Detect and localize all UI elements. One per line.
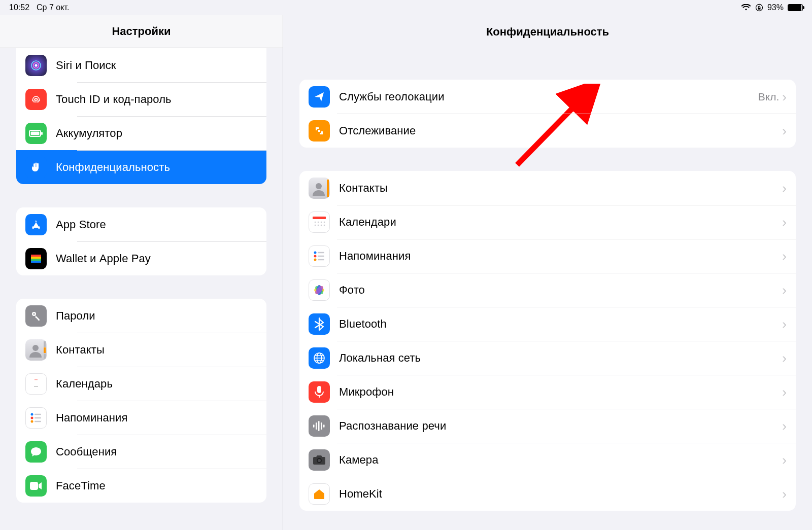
chevron-icon: › [782, 453, 787, 467]
camera-icon [309, 449, 330, 471]
tracking-icon [309, 120, 330, 142]
detail-item-bluetooth[interactable]: Bluetooth › [299, 307, 796, 341]
svg-point-43 [314, 255, 317, 257]
row-label: Отслеживание [339, 124, 782, 137]
sidebar-item-battery[interactable]: Аккумулятор [16, 116, 266, 150]
sidebar-item-privacy[interactable]: Конфиденциальность [16, 150, 266, 184]
bluetooth-icon [309, 313, 330, 335]
key-icon [25, 305, 47, 327]
svg-rect-16 [44, 341, 46, 347]
svg-rect-18 [44, 354, 46, 359]
chevron-icon: › [782, 250, 787, 263]
chevron-icon: › [782, 216, 787, 229]
contacts-icon [25, 339, 47, 361]
detail-item-location-services[interactable]: Службы геолокации Вкл. › [299, 80, 796, 114]
row-label: Службы геолокации [339, 90, 758, 103]
detail-pane: Конфиденциальность Службы геолокации Вкл… [283, 15, 812, 530]
reminders-detail-icon [309, 245, 330, 267]
status-right: 93% [741, 3, 803, 12]
svg-point-21 [31, 413, 33, 415]
detail-item-camera[interactable]: Камера › [299, 443, 796, 477]
detail-item-local-network[interactable]: Локальная сеть › [299, 341, 796, 375]
row-label: Напоминания [56, 411, 257, 425]
svg-rect-6 [31, 131, 40, 135]
sidebar-item-siri[interactable]: Siri и Поиск [16, 48, 266, 82]
detail-item-tracking[interactable]: Отслеживание › [299, 114, 796, 148]
detail-group-location: Службы геолокации Вкл. › Отслеживание › [299, 80, 796, 148]
chevron-icon: › [782, 124, 787, 137]
svg-point-25 [31, 420, 33, 422]
svg-rect-58 [318, 421, 320, 431]
svg-point-38 [318, 224, 319, 226]
chevron-icon: › [782, 487, 787, 501]
svg-text:····: ···· [34, 385, 38, 388]
facetime-icon [25, 475, 47, 497]
svg-text:···: ··· [35, 378, 38, 381]
status-time: 10:52 [9, 3, 29, 12]
chevron-icon: › [782, 419, 787, 433]
svg-rect-1 [758, 8, 760, 10]
svg-rect-46 [318, 259, 324, 260]
row-label: Touch ID и код-пароль [56, 93, 257, 106]
contacts-detail-icon [309, 178, 330, 199]
sidebar-item-passwords[interactable]: Пароли [16, 299, 266, 333]
detail-title: Конфиденциальность [283, 15, 812, 48]
svg-rect-26 [35, 420, 41, 422]
svg-point-36 [324, 221, 325, 223]
siri-icon [25, 55, 47, 76]
row-label: Wallet и Apple Pay [56, 252, 257, 265]
detail-item-microphone[interactable]: Микрофон › [299, 375, 796, 409]
sidebar-item-touchid[interactable]: Touch ID и код-пароль [16, 82, 266, 116]
svg-point-41 [314, 251, 317, 254]
svg-point-14 [33, 313, 35, 314]
svg-rect-11 [31, 259, 41, 261]
sidebar-item-calendar[interactable]: ······· Календарь [16, 367, 266, 401]
detail-item-photos[interactable]: Фото › [299, 273, 796, 307]
microphone-icon [309, 381, 330, 403]
sidebar-item-reminders[interactable]: Напоминания [16, 401, 266, 435]
detail-item-reminders[interactable]: Напоминания › [299, 239, 796, 273]
sidebar-group-1: App Store Wallet и Apple Pay [16, 207, 266, 275]
chevron-icon: › [782, 317, 787, 331]
detail-item-contacts[interactable]: Контакты › [299, 171, 796, 205]
detail-item-speech[interactable]: Распознавание речи › [299, 409, 796, 443]
svg-rect-32 [313, 217, 326, 219]
settings-sidebar: Настройки Siri и Поиск Touch ID и код-па… [0, 15, 283, 530]
row-label: Напоминания [339, 250, 782, 263]
row-label: HomeKit [339, 487, 782, 501]
chevron-icon: › [782, 385, 787, 399]
sidebar-item-appstore[interactable]: App Store [16, 207, 266, 241]
row-label: Распознавание речи [339, 419, 782, 433]
row-label: Конфиденциальность [56, 161, 257, 174]
svg-point-45 [314, 258, 317, 261]
chevron-icon: › [782, 284, 787, 297]
waveform-icon [309, 415, 330, 437]
reminders-sidebar-icon [25, 407, 47, 429]
svg-point-23 [31, 416, 33, 419]
sidebar-item-messages[interactable]: Сообщения [16, 435, 266, 469]
sidebar-item-wallet[interactable]: Wallet и Apple Pay [16, 241, 266, 275]
row-label: App Store [56, 218, 257, 231]
row-label: Календарь [56, 377, 257, 391]
status-bar: 10:52 Ср 7 окт. 93% [0, 0, 812, 15]
row-label: Аккумулятор [56, 127, 257, 140]
svg-point-33 [315, 221, 316, 223]
home-icon [309, 483, 330, 505]
svg-rect-7 [41, 132, 43, 135]
location-arrow-icon [309, 86, 330, 108]
hand-icon [25, 157, 47, 178]
sidebar-item-contacts[interactable]: Контакты [16, 333, 266, 367]
svg-rect-57 [316, 422, 317, 430]
sidebar-item-facetime[interactable]: FaceTime [16, 469, 266, 503]
row-label: Календари [339, 216, 782, 229]
svg-rect-56 [313, 425, 315, 428]
sidebar-group-0: Siri и Поиск Touch ID и код-пароль Аккум… [16, 48, 266, 184]
svg-rect-27 [30, 482, 38, 490]
battery-row-icon [25, 123, 47, 144]
svg-rect-17 [44, 347, 46, 353]
svg-point-40 [324, 224, 325, 226]
row-label: Камера [339, 453, 782, 467]
detail-item-calendars[interactable]: Календари › [299, 205, 796, 239]
detail-item-homekit[interactable]: HomeKit › [299, 477, 796, 511]
status-date: Ср 7 окт. [37, 3, 69, 12]
